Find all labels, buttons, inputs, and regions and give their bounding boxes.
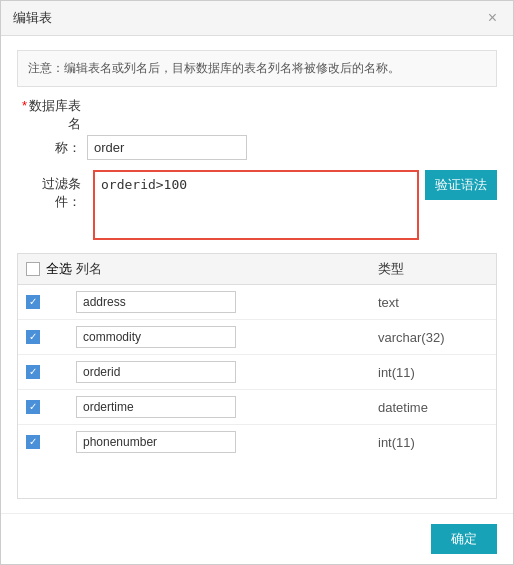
filter-textarea[interactable]: orderid>100 xyxy=(93,170,419,240)
required-star: * xyxy=(22,98,27,113)
row-name-input[interactable] xyxy=(76,361,236,383)
table-row: text xyxy=(18,285,496,320)
row-name-input[interactable] xyxy=(76,291,236,313)
row-name-cell xyxy=(76,326,378,348)
check-all-cell: 全选 xyxy=(26,260,76,278)
table-name-input[interactable] xyxy=(87,135,247,160)
filter-row: 过滤条件： orderid>100 验证语法 xyxy=(17,170,497,243)
row-type-cell: varchar(32) xyxy=(378,330,488,345)
dialog-footer: 确定 xyxy=(1,513,513,564)
filter-label: 过滤条件： xyxy=(17,170,87,211)
row-name-cell xyxy=(76,291,378,313)
confirm-button[interactable]: 确定 xyxy=(431,524,497,554)
row-check-cell xyxy=(26,435,76,449)
table-name-name-row: 称： xyxy=(17,135,497,160)
row-check-cell xyxy=(26,400,76,414)
notice-box: 注意：编辑表名或列名后，目标数据库的表名列名将被修改后的名称。 xyxy=(17,50,497,87)
row-type-cell: datetime xyxy=(378,400,488,415)
dialog-header: 编辑表 × xyxy=(1,1,513,36)
row-type-cell: int(11) xyxy=(378,435,488,450)
check-all-label: 全选 xyxy=(46,260,72,278)
columns-table: 全选 列名 类型 textvarchar(32)int(11)datetimei… xyxy=(17,253,497,499)
row-check-cell xyxy=(26,365,76,379)
row-name-cell xyxy=(76,396,378,418)
col-type-header: 类型 xyxy=(378,260,488,278)
check-all-checkbox[interactable] xyxy=(26,262,40,276)
table-row: int(11) xyxy=(18,425,496,459)
dialog-title: 编辑表 xyxy=(13,9,52,27)
table-body: textvarchar(32)int(11)datetimeint(11) xyxy=(18,285,496,498)
notice-text: 注意：编辑表名或列名后，目标数据库的表名列名将被修改后的名称。 xyxy=(28,61,400,75)
row-check-cell xyxy=(26,330,76,344)
row-checkbox[interactable] xyxy=(26,400,40,414)
row-name-cell xyxy=(76,361,378,383)
table-header-row: 全选 列名 类型 xyxy=(18,254,496,285)
row-name-input[interactable] xyxy=(76,431,236,453)
table-name-row: *数据库表名 xyxy=(17,97,497,133)
dialog-body: 注意：编辑表名或列名后，目标数据库的表名列名将被修改后的名称。 *数据库表名 称… xyxy=(1,36,513,513)
db-table-label: *数据库表名 xyxy=(17,97,87,133)
close-button[interactable]: × xyxy=(484,10,501,26)
col-name-header: 列名 xyxy=(76,260,378,278)
name-sublabel: 称： xyxy=(17,139,87,157)
table-row: datetime xyxy=(18,390,496,425)
row-checkbox[interactable] xyxy=(26,365,40,379)
table-row: int(11) xyxy=(18,355,496,390)
row-checkbox[interactable] xyxy=(26,330,40,344)
row-name-input[interactable] xyxy=(76,326,236,348)
table-name-group: *数据库表名 称： xyxy=(17,97,497,160)
row-name-cell xyxy=(76,431,378,453)
row-checkbox[interactable] xyxy=(26,435,40,449)
row-checkbox[interactable] xyxy=(26,295,40,309)
validate-btn[interactable]: 验证语法 xyxy=(425,170,497,200)
row-check-cell xyxy=(26,295,76,309)
row-name-input[interactable] xyxy=(76,396,236,418)
filter-textarea-wrap: orderid>100 xyxy=(93,170,419,243)
edit-table-dialog: 编辑表 × 注意：编辑表名或列名后，目标数据库的表名列名将被修改后的名称。 *数… xyxy=(0,0,514,565)
row-type-cell: int(11) xyxy=(378,365,488,380)
table-row: varchar(32) xyxy=(18,320,496,355)
row-type-cell: text xyxy=(378,295,488,310)
